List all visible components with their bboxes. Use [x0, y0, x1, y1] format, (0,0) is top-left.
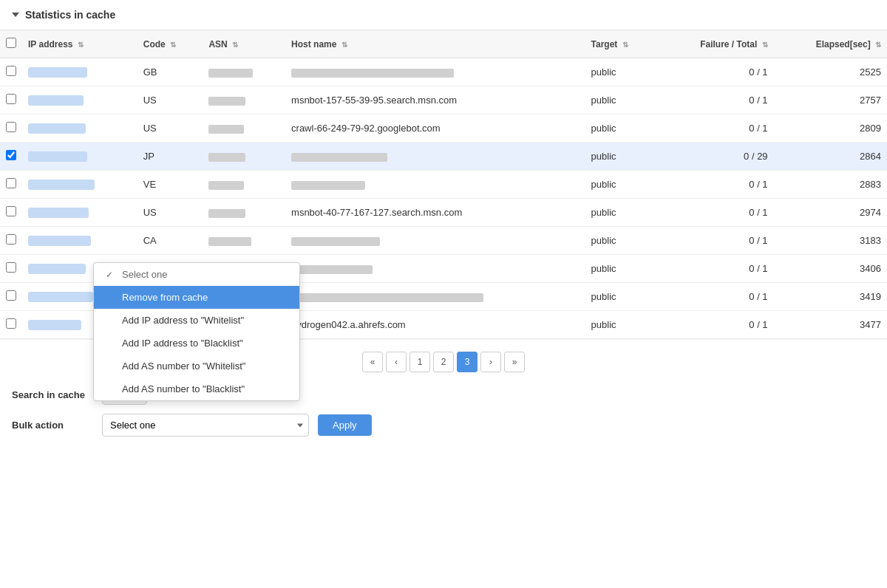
dropdown-item-label: Remove from cache [122, 292, 208, 303]
row-target: public [585, 86, 657, 114]
row-checkbox-cell [0, 199, 22, 227]
row-checkbox-cell [0, 227, 22, 255]
row-checkbox-cell [0, 171, 22, 199]
dropdown-item[interactable]: Remove from cache [94, 286, 299, 309]
page-button[interactable]: 3 [457, 352, 478, 372]
row-hostname [285, 58, 585, 86]
row-checkbox[interactable] [6, 178, 16, 188]
dropdown-item[interactable]: Add AS number to "Whitelist" [94, 355, 299, 377]
row-code: GB [137, 58, 203, 86]
row-ip [22, 171, 137, 199]
main-container: Statistics in cache IP address ⇅ Code ⇅ … [0, 0, 887, 588]
dropdown-item[interactable]: Add AS number to "Blacklist" [94, 377, 299, 400]
page-button[interactable]: « [362, 352, 383, 372]
row-ip [22, 227, 137, 255]
row-checkbox[interactable] [6, 122, 16, 132]
dropdown-menu: ✓Select oneRemove from cacheAdd IP addre… [93, 262, 300, 401]
row-target: public [585, 311, 657, 339]
page-button[interactable]: 2 [433, 352, 454, 372]
row-checkbox[interactable] [6, 206, 16, 216]
row-checkbox-cell [0, 283, 22, 311]
header-code: Code ⇅ [137, 30, 203, 58]
header-elapsed: Elapsed[sec] ⇅ [774, 30, 887, 58]
row-target: public [585, 114, 657, 143]
chevron-down-icon[interactable] [12, 13, 19, 17]
check-mark-icon: ✓ [106, 270, 116, 280]
row-checkbox[interactable] [6, 318, 16, 329]
row-hostname [285, 227, 585, 255]
sort-code-icon[interactable]: ⇅ [170, 41, 176, 49]
row-hostname [285, 171, 585, 199]
row-checkbox-cell [0, 58, 22, 86]
row-checkbox[interactable] [6, 150, 16, 160]
sort-elapsed-icon[interactable]: ⇅ [875, 41, 881, 49]
row-checkbox-cell [0, 114, 22, 143]
row-ip [22, 199, 137, 227]
row-ip [22, 86, 137, 114]
dropdown-item-label: Select one [122, 269, 167, 280]
header-checkbox-cell [0, 30, 22, 58]
row-failure: 0 / 1 [657, 311, 774, 339]
row-code: US [137, 86, 203, 114]
row-failure: 0 / 1 [657, 199, 774, 227]
row-ip [22, 114, 137, 143]
header-hostname: Host name ⇅ [285, 30, 585, 58]
row-target: public [585, 255, 657, 283]
table-row: USmsnbot-40-77-167-127.search.msn.compub… [0, 199, 887, 227]
row-asn [203, 86, 285, 114]
row-elapsed: 2883 [774, 171, 887, 199]
row-failure: 0 / 1 [657, 86, 774, 114]
row-checkbox-cell [0, 255, 22, 283]
table-row: USmsnbot-157-55-39-95.search.msn.compubl… [0, 86, 887, 114]
row-target: public [585, 58, 657, 86]
row-checkbox[interactable] [6, 262, 16, 273]
page-button[interactable]: › [480, 352, 501, 372]
row-checkbox-cell [0, 86, 22, 114]
row-asn [203, 143, 285, 171]
table-row: CApublic0 / 13183 [0, 227, 887, 255]
sort-asn-icon[interactable]: ⇅ [232, 41, 238, 49]
row-checkbox-cell [0, 311, 22, 339]
header-asn: ASN ⇅ [203, 30, 285, 58]
dropdown-item[interactable]: Add IP address to "Blacklist" [94, 332, 299, 355]
row-code: CA [137, 227, 203, 255]
row-target: public [585, 171, 657, 199]
row-failure: 0 / 1 [657, 227, 774, 255]
row-elapsed: 3477 [774, 311, 887, 339]
row-elapsed: 2525 [774, 58, 887, 86]
row-target: public [585, 199, 657, 227]
table-row: GBpublic0 / 12525 [0, 58, 887, 86]
select-all-checkbox[interactable] [6, 38, 16, 48]
sort-target-icon[interactable]: ⇅ [622, 41, 628, 49]
dropdown-item-label: Add IP address to "Blacklist" [122, 338, 243, 349]
sort-hostname-icon[interactable]: ⇅ [341, 41, 347, 49]
dropdown-item[interactable]: Add IP address to "Whitelist" [94, 309, 299, 332]
sort-ip-icon[interactable]: ⇅ [78, 41, 84, 49]
dropdown-item[interactable]: ✓Select one [94, 263, 299, 286]
bulk-select[interactable]: Select one Remove from cache Add IP addr… [102, 414, 309, 437]
row-hostname [285, 283, 585, 311]
row-checkbox[interactable] [6, 66, 16, 76]
row-asn [203, 114, 285, 143]
table-row: JPpublic0 / 292864 [0, 143, 887, 171]
sort-failure-icon[interactable]: ⇅ [762, 41, 768, 49]
dropdown-item-label: Add IP address to "Whitelist" [122, 315, 244, 326]
row-checkbox[interactable] [6, 290, 16, 301]
row-asn [203, 58, 285, 86]
page-button[interactable]: 1 [409, 352, 430, 372]
row-hostname: msnbot-157-55-39-95.search.msn.com [285, 86, 585, 114]
row-ip [22, 143, 137, 171]
row-target: public [585, 283, 657, 311]
page-button[interactable]: ‹ [386, 352, 407, 372]
row-failure: 0 / 1 [657, 114, 774, 143]
header-target: Target ⇅ [585, 30, 657, 58]
row-checkbox[interactable] [6, 234, 16, 245]
bottom-area: «‹123›» Search in cache Reset Bulk actio… [0, 339, 887, 448]
row-failure: 0 / 29 [657, 143, 774, 171]
apply-button[interactable]: Apply [318, 414, 372, 436]
page-button[interactable]: » [504, 352, 525, 372]
row-checkbox-cell [0, 143, 22, 171]
row-ip [22, 58, 137, 86]
row-hostname: crawl-66-249-79-92.googlebot.com [285, 114, 585, 143]
row-checkbox[interactable] [6, 94, 16, 104]
